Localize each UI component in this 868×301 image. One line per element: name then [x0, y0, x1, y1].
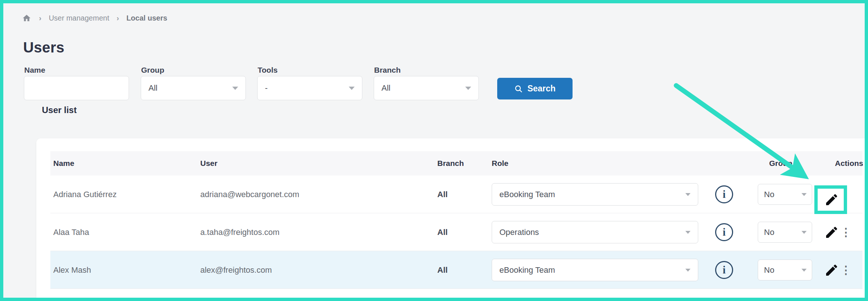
user-email: alex@freightos.com: [200, 251, 421, 289]
user-name: Adriana Gutiérrez: [53, 175, 197, 213]
user-branch: All: [437, 213, 470, 251]
header-actions: Actions: [835, 151, 863, 175]
tools-filter-label: Tools: [258, 66, 277, 75]
chevron-down-icon: [685, 269, 691, 272]
header-role: Role: [492, 151, 509, 175]
group-filter-select[interactable]: All: [141, 76, 246, 100]
header-name: Name: [53, 151, 74, 175]
edit-pencil-button[interactable]: [823, 224, 840, 241]
branch-filter-label: Branch: [374, 66, 401, 75]
user-branch: All: [437, 251, 470, 289]
user-name: Alex Mash: [53, 251, 197, 289]
chevron-down-icon: [685, 193, 691, 196]
group-select[interactable]: No: [758, 260, 812, 280]
header-branch: Branch: [437, 151, 464, 175]
more-actions-button[interactable]: ⋮: [841, 222, 851, 243]
edit-pencil-button[interactable]: [823, 191, 840, 208]
header-group: Group: [769, 151, 792, 175]
user-list-heading: User list: [42, 105, 77, 115]
header-user: User: [200, 151, 218, 175]
table-row: Alex Mash alex@freightos.com All eBookin…: [50, 251, 862, 289]
table-row: Alaa Taha a.taha@freightos.com All Opera…: [50, 213, 862, 251]
pencil-icon: [824, 192, 839, 207]
chevron-down-icon: [232, 87, 238, 90]
user-name: Alaa Taha: [53, 213, 197, 251]
info-icon[interactable]: i: [715, 261, 733, 279]
search-button[interactable]: Search: [497, 78, 573, 99]
chevron-down-icon: [801, 269, 807, 272]
pencil-icon: [824, 263, 839, 278]
name-filter-input[interactable]: [24, 76, 129, 100]
pencil-icon: [824, 225, 839, 240]
user-email: a.taha@freightos.com: [200, 213, 421, 251]
breadcrumb-local-users: Local users: [126, 14, 167, 22]
group-select[interactable]: No: [758, 222, 812, 243]
info-icon[interactable]: i: [715, 223, 733, 241]
breadcrumb-user-management[interactable]: User management: [49, 14, 110, 22]
group-select[interactable]: No: [758, 184, 812, 205]
role-select[interactable]: eBooking Team: [492, 259, 698, 281]
chevron-down-icon: [801, 193, 807, 196]
breadcrumb: › User management › Local users: [22, 14, 167, 23]
home-icon[interactable]: [22, 14, 32, 23]
info-icon[interactable]: i: [715, 185, 733, 203]
chevron-down-icon: [465, 87, 471, 90]
table-header-row: Name User Branch Role Group Actions: [50, 151, 862, 175]
chevron-down-icon: [685, 231, 691, 234]
users-table: Name User Branch Role Group Actions Adri…: [50, 151, 862, 289]
user-email: adriana@webcargonet.com: [200, 175, 421, 213]
group-filter-value: All: [148, 83, 157, 93]
user-list-card: Name User Branch Role Group Actions Adri…: [36, 138, 865, 298]
search-icon: [514, 84, 523, 93]
annotated-screenshot-frame: › User management › Local users Users Na…: [0, 0, 868, 301]
role-select[interactable]: eBooking Team: [492, 183, 698, 206]
chevron-right-icon: ›: [116, 14, 119, 22]
edit-pencil-button[interactable]: [823, 262, 840, 279]
chevron-down-icon: [349, 87, 355, 90]
annotation-highlight-box: [814, 185, 847, 214]
chevron-down-icon: [801, 231, 807, 234]
more-actions-button[interactable]: ⋮: [841, 260, 851, 280]
user-branch: All: [437, 175, 470, 213]
role-select[interactable]: Operations: [492, 221, 698, 243]
name-filter-label: Name: [24, 66, 45, 75]
branch-filter-value: All: [381, 83, 390, 93]
chevron-right-icon: ›: [39, 14, 42, 22]
branch-filter-select[interactable]: All: [374, 76, 479, 100]
group-filter-label: Group: [141, 66, 164, 75]
tools-filter-value: -: [265, 83, 268, 93]
tools-filter-select[interactable]: -: [257, 76, 362, 100]
page-title: Users: [23, 39, 64, 56]
table-row: Adriana Gutiérrez adriana@webcargonet.co…: [50, 175, 862, 213]
